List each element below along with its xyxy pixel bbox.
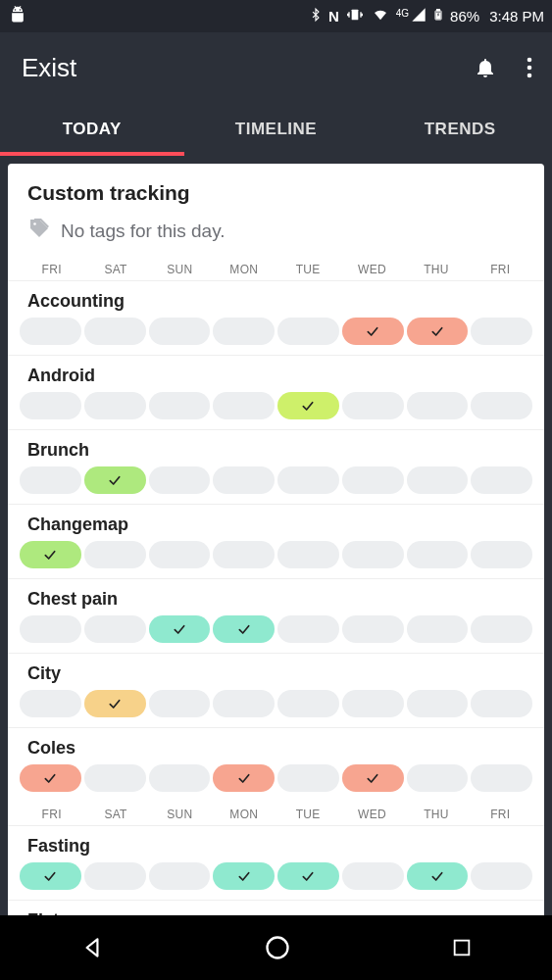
day-pill[interactable]	[342, 764, 404, 792]
day-pill[interactable]	[342, 466, 404, 494]
day-pill[interactable]	[149, 690, 211, 717]
day-pill[interactable]	[20, 615, 81, 643]
day-pill[interactable]	[213, 392, 275, 419]
day-pill[interactable]	[277, 392, 339, 419]
day-pill[interactable]	[84, 541, 146, 568]
tab-trends[interactable]: TRENDS	[368, 103, 552, 156]
day-pill[interactable]	[407, 541, 469, 568]
day-pill[interactable]	[213, 541, 275, 568]
day-pill[interactable]	[20, 764, 81, 792]
overflow-menu-button[interactable]	[527, 57, 532, 78]
day-pill[interactable]	[407, 690, 469, 717]
tracker-name[interactable]: City	[20, 663, 532, 684]
day-pill[interactable]	[277, 764, 339, 792]
day-pill[interactable]	[213, 466, 275, 494]
day-pill[interactable]	[84, 318, 146, 345]
day-pill[interactable]	[149, 615, 211, 643]
day-pill[interactable]	[342, 615, 404, 643]
battery-percent: 86%	[450, 8, 479, 24]
day-pill[interactable]	[342, 862, 404, 890]
day-pill[interactable]	[84, 392, 146, 419]
day-pill[interactable]	[149, 764, 211, 792]
day-pill[interactable]	[149, 466, 211, 494]
day-pill[interactable]	[342, 392, 404, 419]
day-pill[interactable]	[407, 318, 469, 345]
day-pill[interactable]	[471, 541, 532, 568]
day-pill[interactable]	[342, 690, 404, 717]
day-pill[interactable]	[84, 862, 146, 890]
section-title: Custom tracking	[27, 181, 525, 205]
tracker-name[interactable]: Chest pain	[20, 589, 532, 610]
day-pill[interactable]	[20, 318, 81, 345]
tracker-name[interactable]: Coles	[20, 738, 532, 759]
tracker-name[interactable]: Brunch	[20, 440, 532, 461]
day-pill[interactable]	[342, 318, 404, 345]
day-pill[interactable]	[471, 466, 532, 494]
day-pill[interactable]	[84, 764, 146, 792]
system-nav-bar	[0, 915, 552, 980]
tags-row[interactable]: No tags for this day.	[8, 211, 544, 257]
tracker-name[interactable]: Android	[20, 366, 532, 386]
day-pill[interactable]	[471, 764, 532, 792]
tracker-name[interactable]: Fasting	[20, 836, 532, 857]
day-pill[interactable]	[149, 392, 211, 419]
svg-rect-2	[351, 10, 358, 21]
day-pill[interactable]	[471, 615, 532, 643]
day-pill[interactable]	[149, 862, 211, 890]
svg-rect-11	[454, 941, 469, 956]
tracker-name[interactable]: Changemap	[20, 514, 532, 535]
day-header-cell: WED	[340, 808, 404, 821]
day-pill[interactable]	[20, 690, 81, 717]
day-pill[interactable]	[471, 690, 532, 717]
day-pill[interactable]	[407, 615, 469, 643]
tracker-row: Chest pain	[8, 578, 544, 653]
day-pill[interactable]	[471, 862, 532, 890]
day-pill[interactable]	[407, 392, 469, 419]
day-pill[interactable]	[342, 541, 404, 568]
back-button[interactable]	[79, 935, 105, 960]
day-pill[interactable]	[277, 615, 339, 643]
day-pill[interactable]	[213, 615, 275, 643]
no-tags-text: No tags for this day.	[61, 220, 226, 242]
day-pill[interactable]	[149, 318, 211, 345]
day-pill[interactable]	[277, 862, 339, 890]
tab-timeline[interactable]: TIMELINE	[184, 103, 369, 156]
pill-row	[20, 541, 532, 568]
day-pill[interactable]	[277, 466, 339, 494]
day-pill[interactable]	[20, 862, 81, 890]
day-pill[interactable]	[84, 615, 146, 643]
day-pill[interactable]	[407, 862, 469, 890]
day-pill[interactable]	[84, 466, 146, 494]
status-bar: N 4G 86% 3:48 PM	[0, 0, 552, 32]
notifications-button[interactable]	[474, 56, 497, 79]
svg-point-6	[527, 58, 532, 63]
battery-icon	[432, 6, 444, 26]
tab-today[interactable]: TODAY	[0, 103, 184, 156]
day-header-cell: TUE	[276, 263, 340, 276]
day-pill[interactable]	[471, 392, 532, 419]
day-header-cell: FRI	[20, 808, 83, 821]
tracker-row: Coles	[8, 727, 544, 802]
recents-button[interactable]	[451, 937, 473, 958]
day-pill[interactable]	[471, 318, 532, 345]
day-pill[interactable]	[213, 318, 275, 345]
day-pill[interactable]	[213, 862, 275, 890]
tracker-row: Brunch	[8, 429, 544, 504]
day-pill[interactable]	[277, 541, 339, 568]
pill-row	[20, 690, 532, 717]
day-pill[interactable]	[277, 690, 339, 717]
day-pill[interactable]	[20, 541, 81, 568]
day-pill[interactable]	[84, 690, 146, 717]
day-pill[interactable]	[149, 541, 211, 568]
day-pill[interactable]	[277, 318, 339, 345]
home-button[interactable]	[264, 934, 291, 961]
day-pill[interactable]	[407, 466, 469, 494]
day-pill[interactable]	[20, 466, 81, 494]
app-bar: Exist	[0, 32, 552, 103]
day-pill[interactable]	[213, 690, 275, 717]
day-pill[interactable]	[20, 392, 81, 419]
day-pill[interactable]	[407, 764, 469, 792]
tracker-name[interactable]: Accounting	[20, 291, 532, 312]
day-pill[interactable]	[213, 764, 275, 792]
day-header-cell: TUE	[276, 808, 340, 821]
